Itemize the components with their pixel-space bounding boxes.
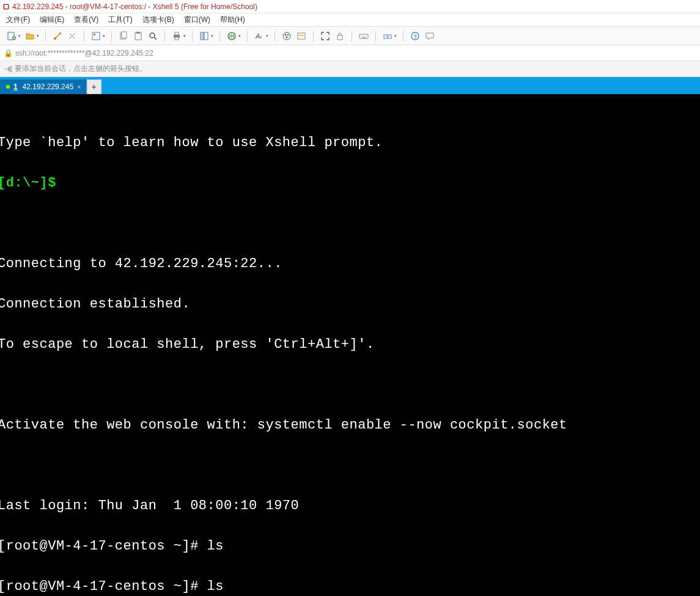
dropdown-arrow-icon[interactable]: ▾ [103,34,105,39]
terminal-line: Connecting to 42.192.229.245:22... [0,254,700,274]
menu-file[interactable]: 文件(F) [2,13,34,26]
language-button[interactable] [225,29,238,43]
toolbar-separator [84,31,84,42]
svg-point-20 [283,32,290,40]
address-bar[interactable]: 🔒 ssh://root:*************@42.192.229.24… [0,45,700,61]
copy-button[interactable] [117,29,130,43]
disconnect-button[interactable] [65,29,79,43]
shell-command: ls [207,539,224,554]
lock-icon: 🔒 [4,49,13,57]
svg-rect-1 [4,5,8,9]
terminal-line: Last login: Thu Jan 1 08:00:10 1970 [0,496,700,516]
paste-button[interactable] [131,29,145,43]
toolbar-separator [403,31,403,42]
terminal[interactable]: Type `help' to learn how to use Xshell p… [0,94,700,596]
svg-point-28 [361,35,361,36]
lock-button[interactable] [333,29,347,43]
svg-point-4 [54,37,56,40]
tab-bar: 1 42.192.229.245 × + [0,77,700,94]
toolbar-separator [375,31,376,42]
info-bar: 要添加当前会话，点击左侧的箭头按钮。 [0,61,700,77]
svg-point-22 [287,34,289,35]
dropdown-arrow-icon[interactable]: ▾ [211,34,213,39]
toolbar-separator [247,31,248,42]
app-logo-icon [2,3,10,10]
title-bar: 42.192.229.245 - root@VM-4-17-centos:/ -… [0,0,700,13]
highlight-button[interactable] [295,29,308,43]
dropdown-arrow-icon[interactable]: ▾ [394,34,397,39]
shell-prompt: [root@VM-4-17-centos ~]# [0,539,207,554]
tab-index: 1 [13,83,18,91]
font-button[interactable]: Aa [252,29,266,43]
svg-point-31 [364,35,365,36]
svg-point-30 [363,35,364,36]
svg-point-23 [286,36,288,38]
sessions-panel-button[interactable] [197,29,211,43]
toolbar-separator [45,31,46,42]
help-button[interactable]: ? [408,29,422,43]
transfer-button[interactable] [381,29,394,43]
new-tab-button[interactable]: + [87,79,101,94]
color-scheme-button[interactable] [280,29,293,43]
svg-rect-6 [94,34,95,35]
feedback-button[interactable] [423,29,437,43]
svg-rect-16 [204,32,208,40]
dropdown-arrow-icon[interactable]: ▾ [37,34,39,39]
dropdown-arrow-icon[interactable]: ▾ [18,34,21,39]
svg-rect-14 [175,37,179,40]
svg-rect-8 [122,32,127,38]
svg-rect-13 [175,32,179,35]
print-button[interactable] [170,29,183,43]
toolbar-separator [192,31,193,42]
terminal-line: Type `help' to learn how to use Xshell p… [0,133,700,153]
address-text: ssh://root:*************@42.192.229.245:… [15,49,153,57]
menu-view[interactable]: 查看(V) [70,13,102,26]
shell-prompt: [root@VM-4-17-centos ~]# [0,579,207,594]
toolbar: ▾ ▾ ▾ ▾ ▾ ▾ Aa ▾ [0,27,700,45]
toolbar-separator [111,31,112,42]
toolbar-separator [219,31,220,42]
toolbar-separator [352,31,352,42]
toolbar-separator [313,31,314,42]
menu-edit[interactable]: 编辑(E) [36,13,68,26]
fullscreen-button[interactable] [319,29,332,43]
svg-point-11 [150,33,155,38]
terminal-line: Activate the web console with: systemctl… [0,415,700,435]
svg-rect-33 [362,37,366,38]
menu-window[interactable]: 窗口(W) [180,13,214,26]
dropdown-arrow-icon[interactable]: ▾ [266,34,268,39]
menu-help[interactable]: 帮助(H) [216,13,249,26]
shell-command: ls [207,579,224,594]
svg-point-29 [362,35,363,36]
menu-tools[interactable]: 工具(T) [105,13,136,26]
svg-rect-10 [136,32,140,34]
menu-bar: 文件(F) 编辑(E) 查看(V) 工具(T) 选项卡(B) 窗口(W) 帮助(… [0,13,700,27]
add-session-arrow-icon[interactable] [4,65,12,73]
tab-close-button[interactable]: × [77,83,81,90]
dropdown-arrow-icon[interactable]: ▾ [238,34,241,39]
svg-rect-25 [299,35,304,36]
open-session-button[interactable] [23,29,37,43]
svg-point-21 [285,34,287,35]
toolbar-separator [274,31,275,42]
keyboard-button[interactable] [357,29,370,43]
info-text: 要添加当前会话，点击左侧的箭头按钮。 [15,64,147,74]
svg-text:?: ? [414,34,418,40]
terminal-line: To escape to local shell, press 'Ctrl+Al… [0,334,700,355]
terminal-line: Connection established. [0,294,700,314]
svg-point-32 [366,35,366,36]
properties-button[interactable] [89,29,103,43]
find-button[interactable] [146,29,160,43]
tab-label: 42.192.229.245 [23,83,73,91]
local-prompt: [d:\~]$ [0,175,65,191]
connection-status-icon [6,85,10,89]
dropdown-arrow-icon[interactable]: ▾ [183,34,186,39]
session-tab[interactable]: 1 42.192.229.245 × [0,79,87,94]
menu-options[interactable]: 选项卡(B) [139,13,178,26]
svg-rect-37 [10,66,12,72]
reconnect-button[interactable] [51,29,64,43]
svg-text:a: a [259,34,262,40]
svg-rect-5 [92,32,100,40]
window-title: 42.192.229.245 - root@VM-4-17-centos:/ -… [12,2,257,11]
new-session-button[interactable] [5,29,18,43]
